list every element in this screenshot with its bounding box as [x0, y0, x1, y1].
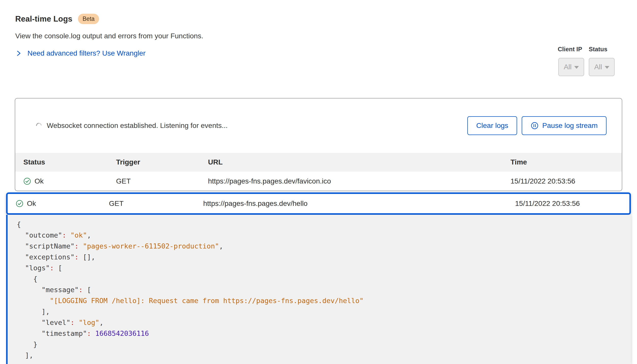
wrangler-link[interactable]: Need advanced filters? Use Wrangler	[15, 49, 146, 57]
status-dropdown[interactable]: All	[589, 58, 615, 76]
row-trigger: GET	[109, 200, 203, 208]
pause-icon	[531, 122, 539, 130]
clear-logs-label: Clear logs	[476, 122, 508, 130]
success-check-icon	[23, 177, 31, 185]
row-status: Ok	[35, 177, 44, 185]
beta-badge: Beta	[78, 14, 99, 24]
column-header-trigger: Trigger	[116, 158, 208, 166]
table-row-selected[interactable]: Ok GET https://pages-fns.pages.dev/hello…	[6, 192, 631, 215]
pause-log-stream-button[interactable]: Pause log stream	[522, 116, 607, 135]
clear-logs-button[interactable]: Clear logs	[467, 116, 517, 135]
client-ip-dropdown-value: All	[564, 63, 571, 71]
table-header: Status Trigger URL Time	[15, 153, 622, 172]
websocket-status-bar: Websocket connection established. Listen…	[15, 98, 622, 153]
table-row[interactable]: Ok GET https://pages-fns.pages.dev/favic…	[15, 172, 622, 191]
row-url: https://pages-fns.pages.dev/favicon.ico	[208, 177, 511, 185]
page-title: Real-time Logs	[15, 14, 72, 24]
caret-down-icon	[605, 66, 609, 69]
wrangler-link-label: Need advanced filters? Use Wrangler	[27, 49, 146, 57]
caret-down-icon	[574, 66, 579, 69]
page-subtitle: View the console.log output and errors f…	[15, 32, 203, 40]
row-status: Ok	[27, 200, 36, 208]
row-time: 15/11/2022 20:53:56	[511, 177, 622, 185]
column-header-status: Status	[23, 158, 116, 166]
expanded-log-json-panel: { "outcome": "ok", "scriptName": "pages-…	[6, 215, 631, 364]
client-ip-label: Client IP	[558, 46, 582, 53]
column-header-time: Time	[511, 158, 622, 166]
connection-status-text: Websocket connection established. Listen…	[47, 122, 228, 130]
status-dropdown-value: All	[594, 63, 602, 71]
column-header-url: URL	[208, 158, 511, 166]
row-url: https://pages-fns.pages.dev/hello	[203, 200, 515, 208]
chevron-right-icon	[15, 50, 22, 57]
pause-log-stream-label: Pause log stream	[542, 122, 598, 130]
row-time: 15/11/2022 20:53:56	[515, 200, 629, 208]
success-check-icon	[16, 200, 23, 207]
row-trigger: GET	[116, 177, 208, 185]
page-header: Real-time Logs Beta	[15, 14, 99, 24]
log-stream-card: Websocket connection established. Listen…	[15, 98, 622, 191]
status-filter-label: Status	[589, 46, 607, 53]
log-json-body: { "outcome": "ok", "scriptName": "pages-…	[8, 215, 631, 361]
spinner-icon	[35, 122, 43, 130]
client-ip-dropdown[interactable]: All	[558, 58, 584, 76]
